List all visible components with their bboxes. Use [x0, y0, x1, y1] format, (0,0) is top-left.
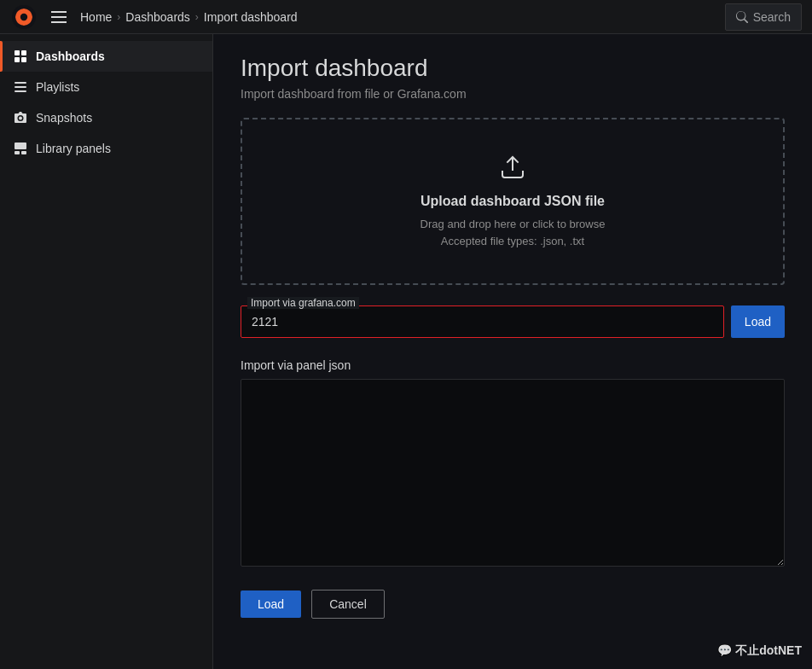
- sidebar-item-snapshots[interactable]: Snapshots: [0, 102, 212, 133]
- cancel-button[interactable]: Cancel: [311, 590, 385, 619]
- svg-rect-9: [21, 57, 26, 62]
- svg-rect-3: [23, 22, 24, 26]
- svg-rect-11: [14, 86, 26, 88]
- svg-rect-15: [14, 151, 20, 154]
- svg-rect-2: [23, 9, 24, 12]
- breadcrumb-current: Import dashboard: [204, 10, 298, 24]
- upload-title: Upload dashboard JSON file: [259, 194, 766, 209]
- breadcrumb-sep-2: ›: [195, 11, 199, 23]
- input-group: Import via grafana.com: [241, 305, 724, 338]
- panel-json-label: Import via panel json: [241, 358, 785, 372]
- svg-rect-12: [14, 90, 26, 92]
- search-icon: [736, 11, 748, 23]
- grafana-logo[interactable]: [10, 3, 38, 31]
- page-title: Import dashboard: [241, 55, 785, 82]
- sidebar-label-dashboards: Dashboards: [36, 49, 105, 63]
- main-content: Import dashboard Import dashboard from f…: [213, 34, 812, 669]
- import-grafana-section: Import via grafana.com Load: [241, 305, 785, 338]
- search-label: Search: [753, 10, 791, 24]
- panels-icon: [14, 142, 27, 155]
- svg-point-13: [19, 117, 22, 120]
- load-button-grafana[interactable]: Load: [731, 305, 785, 338]
- list-icon: [14, 80, 27, 94]
- panel-json-section: Import via panel json: [241, 358, 785, 569]
- breadcrumb-sep-1: ›: [117, 11, 120, 23]
- load-button[interactable]: Load: [241, 590, 301, 618]
- svg-point-1: [20, 13, 27, 20]
- upload-desc-1: Drag and drop here or click to browse: [259, 216, 766, 233]
- page-subtitle: Import dashboard from file or Grafana.co…: [241, 87, 785, 101]
- svg-rect-16: [21, 151, 26, 154]
- sidebar-label-playlists: Playlists: [36, 80, 79, 94]
- import-grafana-row: Import via grafana.com Load: [241, 305, 785, 338]
- sidebar-label-library-panels: Library panels: [36, 142, 111, 155]
- svg-rect-6: [14, 50, 20, 55]
- breadcrumb-home[interactable]: Home: [80, 10, 112, 24]
- svg-rect-7: [21, 50, 26, 55]
- search-button[interactable]: Search: [725, 3, 802, 31]
- sidebar: Dashboards Playlists Snapshots: [0, 34, 213, 669]
- camera-icon: [14, 111, 27, 125]
- svg-rect-10: [14, 82, 26, 84]
- topbar-left: Home › Dashboards › Import dashboard: [10, 3, 298, 31]
- grid-icon: [14, 49, 27, 63]
- import-grafana-label: Import via grafana.com: [247, 297, 359, 309]
- actions-row: Load Cancel: [241, 590, 785, 619]
- upload-icon: [259, 154, 766, 183]
- topbar: Home › Dashboards › Import dashboard Sea…: [0, 0, 812, 34]
- app-layout: Dashboards Playlists Snapshots: [0, 34, 812, 669]
- sidebar-item-library-panels[interactable]: Library panels: [0, 133, 212, 164]
- panel-json-textarea[interactable]: [241, 379, 785, 567]
- breadcrumb: Home › Dashboards › Import dashboard: [80, 10, 298, 24]
- svg-rect-14: [14, 143, 26, 149]
- svg-rect-4: [15, 16, 19, 17]
- svg-rect-5: [29, 16, 32, 17]
- upload-zone[interactable]: Upload dashboard JSON file Drag and drop…: [241, 118, 785, 285]
- sidebar-label-snapshots: Snapshots: [36, 111, 92, 125]
- sidebar-item-playlists[interactable]: Playlists: [0, 72, 212, 102]
- import-grafana-input[interactable]: [241, 305, 724, 338]
- breadcrumb-dashboards[interactable]: Dashboards: [125, 10, 190, 24]
- svg-rect-8: [14, 57, 20, 62]
- upload-desc-2: Accepted file types: .json, .txt: [259, 233, 766, 250]
- sidebar-item-dashboards[interactable]: Dashboards: [0, 41, 212, 72]
- hamburger-menu[interactable]: [48, 8, 70, 26]
